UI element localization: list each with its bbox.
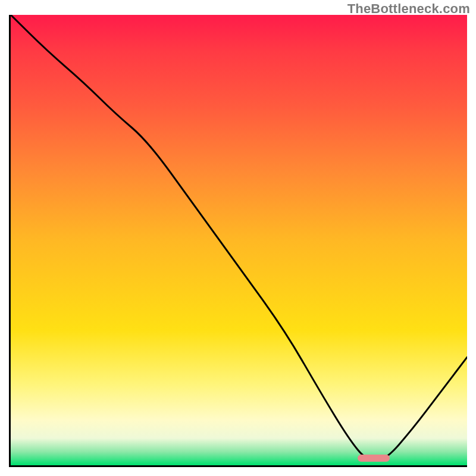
plot-area (9, 15, 467, 467)
optimal-range-marker (358, 455, 390, 462)
bottleneck-chart: TheBottleneck.com (0, 0, 476, 476)
curve-layer (11, 15, 467, 465)
bottleneck-curve (11, 15, 467, 461)
